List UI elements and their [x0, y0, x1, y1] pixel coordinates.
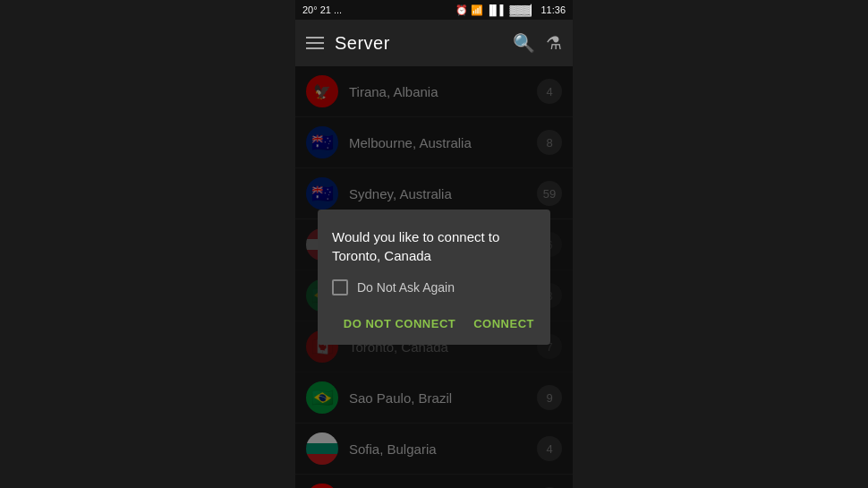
dialog-message: Would you like to connect to Toronto, Ca…	[332, 227, 536, 265]
do-not-ask-label: Do Not Ask Again	[357, 280, 455, 295]
dialog-buttons: DO NOT CONNECT CONNECT	[332, 313, 536, 334]
alarm-icon: ⏰	[455, 4, 468, 16]
hamburger-menu-button[interactable]	[306, 37, 324, 49]
battery-icon: ▓▓▓▏	[509, 4, 538, 16]
signal-icon: ▐▌▌	[486, 4, 506, 15]
status-bar-right: ⏰ 📶 ▐▌▌ ▓▓▓▏ 11:36	[455, 4, 566, 16]
app-bar-title: Server	[335, 33, 502, 54]
app-bar: Server 🔍 ⚗	[295, 20, 573, 66]
dialog-overlay: Would you like to connect to Toronto, Ca…	[295, 66, 573, 488]
status-icons-left: 20° 21 ...	[302, 4, 342, 15]
status-bar-left: 20° 21 ...	[302, 4, 342, 15]
connect-button[interactable]: CONNECT	[472, 313, 536, 334]
phone-container: 20° 21 ... ⏰ 📶 ▐▌▌ ▓▓▓▏ 11:36 Server 🔍 ⚗…	[295, 0, 573, 488]
do-not-ask-row[interactable]: Do Not Ask Again	[332, 279, 536, 295]
search-icon[interactable]: 🔍	[513, 32, 535, 54]
filter-icon[interactable]: ⚗	[546, 32, 562, 54]
server-list: Tirana, Albania 4 🇦🇺 Melbourne, Australi…	[295, 66, 573, 488]
wifi-icon: 📶	[471, 4, 483, 16]
do-not-ask-checkbox[interactable]	[332, 279, 348, 295]
time-display: 11:36	[540, 4, 566, 15]
status-bar: 20° 21 ... ⏰ 📶 ▐▌▌ ▓▓▓▏ 11:36	[295, 0, 573, 20]
do-not-connect-button[interactable]: DO NOT CONNECT	[342, 313, 457, 334]
connect-dialog: Would you like to connect to Toronto, Ca…	[318, 210, 550, 345]
